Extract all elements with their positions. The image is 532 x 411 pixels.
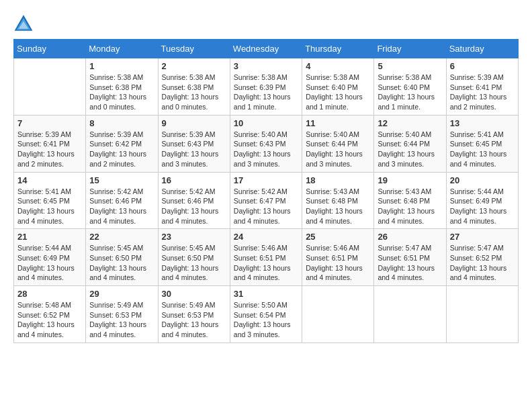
- day-info: Sunrise: 5:49 AM Sunset: 6:53 PM Dayligh…: [162, 300, 226, 340]
- day-info: Sunrise: 5:38 AM Sunset: 6:38 PM Dayligh…: [89, 73, 154, 112]
- day-cell: 26Sunrise: 5:47 AM Sunset: 6:51 PM Dayli…: [374, 229, 446, 286]
- calendar-body: 1Sunrise: 5:38 AM Sunset: 6:38 PM Daylig…: [14, 58, 519, 343]
- logo: [13, 13, 35, 32]
- day-info: Sunrise: 5:38 AM Sunset: 6:39 PM Dayligh…: [234, 73, 298, 112]
- day-number: 3: [234, 61, 298, 71]
- day-info: Sunrise: 5:40 AM Sunset: 6:44 PM Dayligh…: [378, 130, 442, 169]
- day-number: 8: [89, 118, 154, 128]
- day-number: 14: [17, 175, 82, 185]
- day-info: Sunrise: 5:47 AM Sunset: 6:51 PM Dayligh…: [378, 243, 442, 283]
- day-cell: 11Sunrise: 5:40 AM Sunset: 6:44 PM Dayli…: [302, 115, 374, 172]
- day-info: Sunrise: 5:40 AM Sunset: 6:44 PM Dayligh…: [306, 130, 370, 169]
- day-info: Sunrise: 5:41 AM Sunset: 6:45 PM Dayligh…: [17, 187, 82, 226]
- day-number: 22: [89, 232, 154, 242]
- day-cell: [302, 286, 374, 343]
- day-cell: 8Sunrise: 5:39 AM Sunset: 6:42 PM Daylig…: [86, 115, 158, 172]
- page-header: [13, 13, 519, 32]
- day-cell: 20Sunrise: 5:44 AM Sunset: 6:49 PM Dayli…: [446, 172, 518, 229]
- day-info: Sunrise: 5:43 AM Sunset: 6:48 PM Dayligh…: [306, 187, 370, 226]
- day-number: 31: [234, 289, 298, 299]
- day-number: 21: [17, 232, 82, 242]
- day-cell: 18Sunrise: 5:43 AM Sunset: 6:48 PM Dayli…: [302, 172, 374, 229]
- week-row-3: 21Sunrise: 5:44 AM Sunset: 6:49 PM Dayli…: [14, 229, 519, 286]
- calendar-table: SundayMondayTuesdayWednesdayThursdayFrid…: [13, 39, 519, 343]
- header-tuesday: Tuesday: [158, 40, 230, 58]
- day-cell: 2Sunrise: 5:38 AM Sunset: 6:38 PM Daylig…: [158, 58, 230, 116]
- day-info: Sunrise: 5:41 AM Sunset: 6:45 PM Dayligh…: [450, 130, 515, 169]
- header-saturday: Saturday: [446, 40, 518, 58]
- day-cell: 10Sunrise: 5:40 AM Sunset: 6:43 PM Dayli…: [230, 115, 302, 172]
- day-cell: [446, 286, 518, 343]
- day-info: Sunrise: 5:46 AM Sunset: 6:51 PM Dayligh…: [306, 243, 370, 283]
- day-info: Sunrise: 5:38 AM Sunset: 6:40 PM Dayligh…: [378, 73, 442, 112]
- day-number: 15: [89, 175, 154, 185]
- day-cell: 22Sunrise: 5:45 AM Sunset: 6:50 PM Dayli…: [86, 229, 158, 286]
- day-info: Sunrise: 5:39 AM Sunset: 6:43 PM Dayligh…: [162, 130, 226, 169]
- day-cell: 31Sunrise: 5:50 AM Sunset: 6:54 PM Dayli…: [230, 286, 302, 343]
- day-number: 2: [162, 61, 226, 71]
- day-number: 6: [450, 61, 515, 71]
- day-info: Sunrise: 5:40 AM Sunset: 6:43 PM Dayligh…: [234, 130, 298, 169]
- calendar-header-row: SundayMondayTuesdayWednesdayThursdayFrid…: [14, 40, 519, 58]
- day-number: 26: [378, 232, 442, 242]
- day-cell: 25Sunrise: 5:46 AM Sunset: 6:51 PM Dayli…: [302, 229, 374, 286]
- day-cell: 15Sunrise: 5:42 AM Sunset: 6:46 PM Dayli…: [86, 172, 158, 229]
- day-number: 27: [450, 232, 515, 242]
- day-info: Sunrise: 5:39 AM Sunset: 6:41 PM Dayligh…: [450, 73, 515, 112]
- day-cell: 29Sunrise: 5:49 AM Sunset: 6:53 PM Dayli…: [86, 286, 158, 343]
- day-info: Sunrise: 5:42 AM Sunset: 6:46 PM Dayligh…: [89, 187, 154, 226]
- day-number: 28: [17, 289, 82, 299]
- day-number: 10: [234, 118, 298, 128]
- day-cell: 21Sunrise: 5:44 AM Sunset: 6:49 PM Dayli…: [14, 229, 86, 286]
- day-cell: 4Sunrise: 5:38 AM Sunset: 6:40 PM Daylig…: [302, 58, 374, 116]
- week-row-1: 7Sunrise: 5:39 AM Sunset: 6:41 PM Daylig…: [14, 115, 519, 172]
- day-cell: 12Sunrise: 5:40 AM Sunset: 6:44 PM Dayli…: [374, 115, 446, 172]
- day-number: 9: [162, 118, 226, 128]
- day-cell: 14Sunrise: 5:41 AM Sunset: 6:45 PM Dayli…: [14, 172, 86, 229]
- day-info: Sunrise: 5:38 AM Sunset: 6:38 PM Dayligh…: [162, 73, 226, 112]
- day-info: Sunrise: 5:39 AM Sunset: 6:42 PM Dayligh…: [89, 130, 154, 169]
- day-info: Sunrise: 5:39 AM Sunset: 6:41 PM Dayligh…: [17, 130, 82, 169]
- header-friday: Friday: [374, 40, 446, 58]
- day-info: Sunrise: 5:44 AM Sunset: 6:49 PM Dayligh…: [450, 187, 515, 226]
- header-thursday: Thursday: [302, 40, 374, 58]
- day-cell: 9Sunrise: 5:39 AM Sunset: 6:43 PM Daylig…: [158, 115, 230, 172]
- day-cell: 30Sunrise: 5:49 AM Sunset: 6:53 PM Dayli…: [158, 286, 230, 343]
- day-info: Sunrise: 5:45 AM Sunset: 6:50 PM Dayligh…: [89, 243, 154, 283]
- day-number: 19: [378, 175, 442, 185]
- day-number: 17: [234, 175, 298, 185]
- week-row-2: 14Sunrise: 5:41 AM Sunset: 6:45 PM Dayli…: [14, 172, 519, 229]
- day-number: 25: [306, 232, 370, 242]
- day-cell: 24Sunrise: 5:46 AM Sunset: 6:51 PM Dayli…: [230, 229, 302, 286]
- day-number: 30: [162, 289, 226, 299]
- day-cell: [14, 58, 86, 116]
- week-row-4: 28Sunrise: 5:48 AM Sunset: 6:52 PM Dayli…: [14, 286, 519, 343]
- day-cell: 28Sunrise: 5:48 AM Sunset: 6:52 PM Dayli…: [14, 286, 86, 343]
- header-sunday: Sunday: [14, 40, 86, 58]
- day-info: Sunrise: 5:38 AM Sunset: 6:40 PM Dayligh…: [306, 73, 370, 112]
- day-cell: 13Sunrise: 5:41 AM Sunset: 6:45 PM Dayli…: [446, 115, 518, 172]
- day-cell: 27Sunrise: 5:47 AM Sunset: 6:52 PM Dayli…: [446, 229, 518, 286]
- day-info: Sunrise: 5:43 AM Sunset: 6:48 PM Dayligh…: [378, 187, 442, 226]
- day-info: Sunrise: 5:42 AM Sunset: 6:46 PM Dayligh…: [162, 187, 226, 226]
- day-number: 13: [450, 118, 515, 128]
- day-info: Sunrise: 5:50 AM Sunset: 6:54 PM Dayligh…: [234, 300, 298, 340]
- day-cell: 1Sunrise: 5:38 AM Sunset: 6:38 PM Daylig…: [86, 58, 158, 116]
- day-number: 12: [378, 118, 442, 128]
- day-number: 11: [306, 118, 370, 128]
- day-info: Sunrise: 5:44 AM Sunset: 6:49 PM Dayligh…: [17, 243, 82, 283]
- day-number: 20: [450, 175, 515, 185]
- day-cell: [374, 286, 446, 343]
- week-row-0: 1Sunrise: 5:38 AM Sunset: 6:38 PM Daylig…: [14, 58, 519, 116]
- day-number: 16: [162, 175, 226, 185]
- day-info: Sunrise: 5:48 AM Sunset: 6:52 PM Dayligh…: [17, 300, 82, 340]
- day-cell: 17Sunrise: 5:42 AM Sunset: 6:47 PM Dayli…: [230, 172, 302, 229]
- logo-icon: [13, 13, 34, 32]
- day-cell: 23Sunrise: 5:45 AM Sunset: 6:50 PM Dayli…: [158, 229, 230, 286]
- day-cell: 19Sunrise: 5:43 AM Sunset: 6:48 PM Dayli…: [374, 172, 446, 229]
- day-number: 4: [306, 61, 370, 71]
- day-number: 24: [234, 232, 298, 242]
- day-cell: 16Sunrise: 5:42 AM Sunset: 6:46 PM Dayli…: [158, 172, 230, 229]
- day-cell: 5Sunrise: 5:38 AM Sunset: 6:40 PM Daylig…: [374, 58, 446, 116]
- day-info: Sunrise: 5:46 AM Sunset: 6:51 PM Dayligh…: [234, 243, 298, 283]
